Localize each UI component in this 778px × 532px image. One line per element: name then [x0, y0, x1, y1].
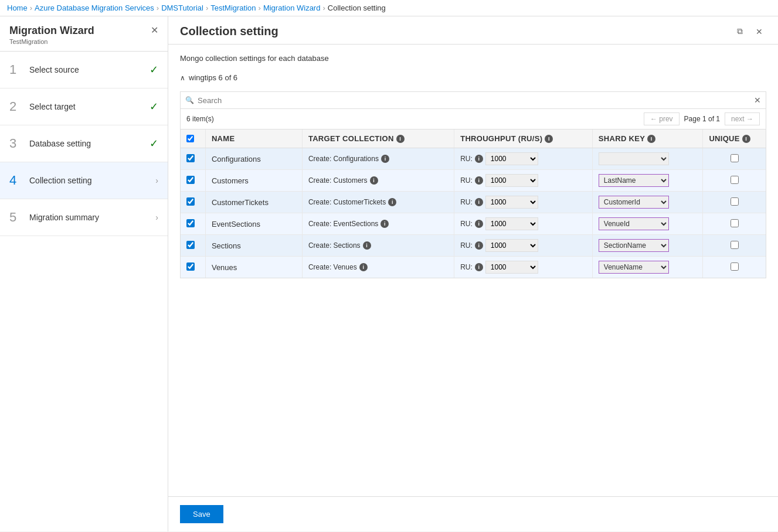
- breadcrumb-migration[interactable]: TestMigration: [210, 4, 256, 12]
- row-ru-info-4[interactable]: i: [475, 241, 483, 250]
- row-target-info-3[interactable]: i: [380, 220, 389, 228]
- next-button[interactable]: next →: [725, 112, 760, 125]
- row-unique-checkbox-2[interactable]: [731, 197, 739, 206]
- row-target-0: Create: Configurations i: [302, 148, 454, 170]
- row-shardkey-select-4[interactable]: SectionName: [599, 239, 669, 252]
- sidebar-item-migration-summary[interactable]: 5 Migration summary ›: [0, 199, 168, 236]
- step-check-2: ✓: [150, 100, 158, 113]
- breadcrumb-tutorial[interactable]: DMSTutorial: [161, 4, 203, 12]
- row-unique-checkbox-1[interactable]: [731, 176, 739, 184]
- row-ru-info-1[interactable]: i: [475, 176, 483, 185]
- row-ru-select-4[interactable]: 1000: [485, 239, 538, 252]
- table-row: Venues Create: Venues i RU: i 1000 Venue…: [181, 257, 766, 278]
- target-info-icon[interactable]: i: [396, 135, 405, 143]
- search-icon: 🔍: [185, 96, 194, 104]
- step-check-1: ✓: [150, 63, 158, 76]
- th-shardkey: SHARD KEY i: [592, 129, 703, 148]
- row-throughput-3: RU: i 1000: [454, 213, 593, 235]
- step-number-2: 2: [9, 99, 21, 114]
- row-ru-select-2[interactable]: 1000: [485, 196, 538, 209]
- table-row: Sections Create: Sections i RU: i 1000 S…: [181, 235, 766, 257]
- row-target-2: Create: CustomerTickets i: [302, 192, 454, 213]
- row-shardkey-4: SectionName: [592, 235, 703, 257]
- row-target-info-5[interactable]: i: [359, 263, 368, 271]
- row-ru-info-2[interactable]: i: [475, 198, 483, 206]
- row-ru-info-3[interactable]: i: [475, 220, 483, 228]
- row-unique-checkbox-0[interactable]: [731, 154, 739, 162]
- collection-table: NAME TARGET COLLECTION i THROUGHPUT: [181, 129, 766, 278]
- collection-collapsible[interactable]: ∧ wingtips 6 of 6: [180, 70, 766, 86]
- prev-button[interactable]: ← prev: [644, 112, 680, 125]
- row-shardkey-select-1[interactable]: LastName: [599, 174, 669, 187]
- row-checkbox-2[interactable]: [186, 197, 195, 206]
- row-target-info-1[interactable]: i: [370, 176, 378, 185]
- row-target-info-4[interactable]: i: [363, 241, 371, 250]
- sidebar-item-select-source[interactable]: 1 Select source ✓: [0, 52, 168, 88]
- search-clear-button[interactable]: ✕: [754, 96, 761, 105]
- row-target-info-0[interactable]: i: [381, 155, 389, 163]
- row-ru-info-5[interactable]: i: [475, 263, 483, 271]
- sidebar-item-collection-setting[interactable]: 4 Collection setting ›: [0, 162, 168, 199]
- row-shardkey-select-3[interactable]: VenueId: [599, 217, 669, 230]
- row-unique-5: [703, 257, 766, 278]
- sidebar-item-select-target[interactable]: 2 Select target ✓: [0, 88, 168, 125]
- row-target-3: Create: EventSections i: [302, 213, 454, 235]
- row-shardkey-2: CustomerId: [592, 192, 703, 213]
- row-ru-select-3[interactable]: 1000: [485, 217, 538, 230]
- row-checkbox-cell-3: [181, 213, 205, 235]
- row-unique-checkbox-5[interactable]: [731, 262, 739, 271]
- row-name-2: CustomerTickets: [205, 192, 302, 213]
- page-title: Collection setting: [180, 25, 278, 38]
- row-target-1: Create: Customers i: [302, 170, 454, 192]
- row-checkbox-1[interactable]: [186, 176, 195, 184]
- throughput-info-icon[interactable]: i: [545, 135, 553, 143]
- th-throughput: THROUGHPUT (RU/S) i: [454, 129, 593, 148]
- row-throughput-5: RU: i 1000: [454, 257, 593, 278]
- step-label-3: Database setting: [29, 139, 141, 148]
- sidebar-subtitle: TestMigration: [9, 38, 94, 45]
- search-input[interactable]: [198, 96, 750, 105]
- select-all-checkbox[interactable]: [186, 135, 194, 142]
- row-checkbox-4[interactable]: [186, 241, 195, 249]
- sidebar-item-database-setting[interactable]: 3 Database setting ✓: [0, 125, 168, 162]
- row-unique-checkbox-4[interactable]: [731, 241, 739, 249]
- row-checkbox-3[interactable]: [186, 219, 195, 227]
- breadcrumb-home[interactable]: Home: [7, 4, 28, 12]
- window-controls: ⧉ ✕: [733, 25, 766, 37]
- row-shardkey-select-2[interactable]: CustomerId: [599, 196, 669, 209]
- row-name-3: EventSections: [205, 213, 302, 235]
- step-number-3: 3: [9, 136, 21, 151]
- row-target-5: Create: Venues i: [302, 257, 454, 278]
- row-shardkey-select-0[interactable]: [599, 152, 669, 165]
- step-number-1: 1: [9, 62, 21, 77]
- restore-button[interactable]: ⧉: [733, 25, 746, 37]
- row-shardkey-5: VenueName: [592, 257, 703, 278]
- sidebar-title: Migration Wizard: [9, 25, 94, 37]
- row-shardkey-0: [592, 148, 703, 170]
- row-throughput-0: RU: i 1000: [454, 148, 593, 170]
- unique-info-icon[interactable]: i: [742, 135, 750, 143]
- row-checkbox-0[interactable]: [186, 154, 195, 162]
- close-button[interactable]: ✕: [151, 25, 158, 36]
- row-checkbox-cell-0: [181, 148, 205, 170]
- search-bar: 🔍 ✕: [181, 92, 766, 109]
- row-checkbox-cell-1: [181, 170, 205, 192]
- row-ru-select-1[interactable]: 1000: [485, 174, 538, 187]
- shardkey-info-icon[interactable]: i: [647, 135, 655, 143]
- row-unique-4: [703, 235, 766, 257]
- close-window-button[interactable]: ✕: [752, 25, 766, 37]
- breadcrumb-service[interactable]: Azure Database Migration Services: [35, 4, 154, 12]
- row-target-info-2[interactable]: i: [388, 198, 396, 206]
- row-ru-select-0[interactable]: 1000: [485, 152, 538, 165]
- row-shardkey-select-5[interactable]: VenueName: [599, 261, 669, 274]
- row-ru-select-5[interactable]: 1000: [485, 261, 538, 274]
- collection-table-area: 🔍 ✕ 6 item(s) ← prev Page 1 of 1 next →: [180, 91, 766, 278]
- row-unique-checkbox-3[interactable]: [731, 219, 739, 227]
- breadcrumb-wizard[interactable]: Migration Wizard: [263, 4, 321, 12]
- step-label-4: Collection setting: [29, 176, 147, 185]
- row-checkbox-5[interactable]: [186, 262, 195, 271]
- save-button[interactable]: Save: [180, 505, 223, 523]
- row-ru-info-0[interactable]: i: [475, 155, 483, 163]
- page-info: Page 1 of 1: [684, 115, 720, 123]
- step-number-5: 5: [9, 210, 21, 225]
